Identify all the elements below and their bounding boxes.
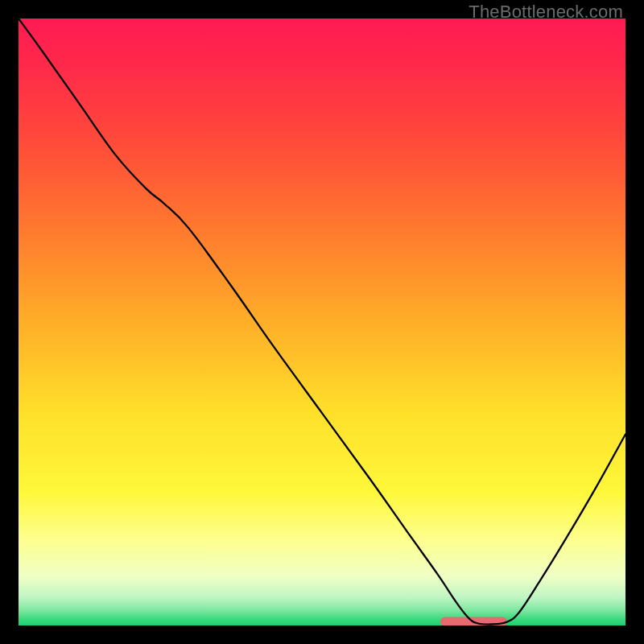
chart-frame [19,19,625,625]
watermark-text: TheBottleneck.com [469,2,623,23]
bottleneck-chart [19,19,625,625]
chart-background [19,19,625,625]
